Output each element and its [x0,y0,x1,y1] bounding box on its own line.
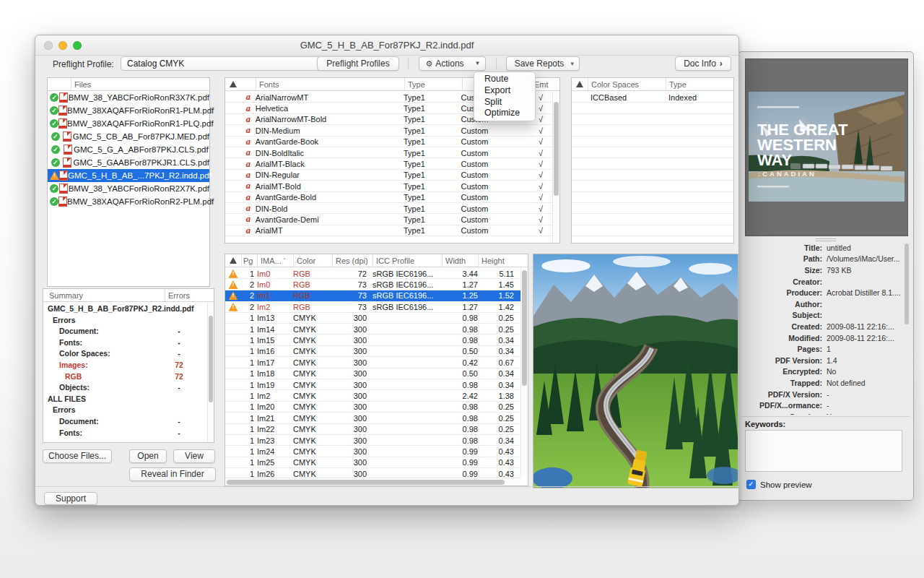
font-row[interactable]: a AvantGarde-Book Type1 Custom √ [225,137,552,147]
file-row[interactable]: GMC_5_GAABFor87PKJR1.CLS.pdf [48,156,209,169]
image-name: Im25 [257,458,293,467]
file-row[interactable]: BMW_38XAQAFForRioRonR1-PLQ.pdf [48,117,209,130]
fonts-scrollbar[interactable] [552,92,559,243]
image-page: 1 [241,381,257,389]
color-spaces-column-header[interactable]: Color Spaces [588,78,666,90]
actions-menu-item[interactable]: Optimize [474,108,535,119]
scrollbar-thumb[interactable] [554,102,559,196]
file-row[interactable]: BMW_38_YABCForRioRonR3X7K.pdf [48,91,209,104]
file-status [50,158,61,167]
images-hscrollbar[interactable] [225,478,520,486]
image-row[interactable]: 1 Im22 CMYK 300 0.98 0.25 [225,423,520,434]
actions-menu: Route Export Split Optimize [474,72,536,121]
open-button[interactable]: Open [129,449,167,463]
image-row[interactable]: 1 Im26 CMYK 300 0.99 0.43 [225,468,520,478]
image-row[interactable]: 1 Im14 CMYK 300 0.98 0.25 [225,324,520,335]
cs-warning-column-header[interactable] [572,78,588,90]
scrollbar-thumb[interactable] [905,243,909,324]
file-row[interactable]: GMC_5_G_A_ABFor87PKJ.CLS.pdf [48,143,209,156]
image-row[interactable]: 1 Im21 CMYK 300 0.98 0.25 [225,413,520,423]
image-row[interactable]: 1 Im20 CMYK 300 0.98 0.25 [225,402,520,413]
save-reports-dropdown[interactable]: Save Repots ▾ [506,56,580,71]
doc-info-button[interactable]: Doc Info› [675,56,731,71]
font-row[interactable]: a ArialMT Type1 Custom √ [225,225,552,236]
color-space-row[interactable]: ICCBased Indexed [572,92,733,103]
summary-scrollbar[interactable] [207,303,214,442]
image-row[interactable]: 2 Im2 RGB 73 sRGB IEC6196... 1.27 1.42 [225,301,520,312]
font-row[interactable]: a DIN-Bold Type1 Custom √ [225,203,552,214]
file-row[interactable]: BMW_38XAQAFForRioRonR2-PLM.pdf [48,195,209,208]
image-row[interactable]: 2 Im0 RGB 73 sRGB IEC6196... 1.27 1.45 [225,279,520,290]
doc-info-scrollbar[interactable] [905,243,910,411]
pg-column-header[interactable]: Pg [241,254,257,267]
image-row[interactable]: 1 Im18 CMYK 300 0.50 0.34 [225,368,520,379]
fonts-column-header[interactable]: Fonts [256,78,404,90]
image-row[interactable]: 1 Im25 CMYK 300 0.99 0.43 [225,457,520,468]
scrollbar-thumb[interactable] [209,316,213,402]
font-row[interactable]: a AvantGarde-Demi Type1 Custom √ [225,214,552,225]
font-row[interactable]: a AvantGarde-Bold Type1 Custom √ [225,192,552,203]
width-column-header[interactable]: Width [442,254,478,267]
image-row[interactable]: 1 Im13 CMYK 300 0.98 0.25 [225,313,520,324]
titlebar[interactable]: GMC_5_H_B_AB_For87PKJ_R2.indd.pdf [35,35,738,56]
font-row[interactable]: a DIN-Medium Type1 Custom √ [225,125,552,136]
images-vscrollbar[interactable] [520,268,528,478]
summary-header[interactable]: Summary Errors [43,289,214,302]
choose-files-button[interactable]: Choose Files... [43,449,112,463]
fonts-type-column-header[interactable]: Type [404,78,462,90]
preflight-profiles-button[interactable]: Preflight Profiles [317,56,399,71]
color-column-header[interactable]: Color [293,254,332,267]
summary-column-header[interactable]: Summary [43,289,165,301]
image-row[interactable]: 1 Im17 CMYK 300 0.42 0.67 [225,357,520,368]
actions-button[interactable]: ⚙Actions [419,56,471,71]
scrollbar-thumb[interactable] [227,480,505,485]
fonts-warning-column-header[interactable] [225,78,241,90]
file-row[interactable]: BMW_38_YABCForRioRonR2X7K.pdf [48,182,209,195]
font-row[interactable]: a ArialMT-Black Type1 Custom √ [225,158,552,169]
height-column-header[interactable]: Height [478,254,528,267]
minimize-button[interactable] [58,41,67,50]
files-column-header[interactable]: Files [71,78,209,90]
image-row[interactable]: 1 Im2 CMYK 300 2.42 1.38 [225,390,520,401]
image-row[interactable]: 1 Im23 CMYK 300 0.98 0.34 [225,435,520,446]
res-column-header[interactable]: Res (dpi) [332,254,372,267]
drawer-resize-grip[interactable] [816,238,836,241]
image-row[interactable]: 1 Im15 CMYK 300 0.98 0.34 [225,335,520,345]
font-glyph-icon: a [241,147,256,158]
scrollbar-thumb[interactable] [522,270,527,386]
cs-type-column-header[interactable]: Type [666,78,733,90]
image-page: 2 [241,303,257,311]
images-warning-column-header[interactable] [225,254,241,267]
actions-menu-item[interactable]: Route [474,74,535,85]
image-row[interactable]: 1 Im0 RGB 72 sRGB IEC6196... 3.44 5.11 [225,268,520,279]
support-button[interactable]: Support [44,492,97,505]
image-height: 1.52 [478,291,518,300]
images-name-column-header[interactable]: IMA...ˆ [257,254,293,267]
keywords-field[interactable] [745,430,902,472]
image-row[interactable]: 1 Im16 CMYK 300 0.50 0.34 [225,346,520,357]
image-row[interactable]: 1 Im19 CMYK 300 0.98 0.34 [225,379,520,390]
show-preview-checkbox[interactable] [746,480,756,489]
actions-menu-item[interactable]: Export [474,85,535,97]
file-row[interactable]: GMC_5_CB_AB_For87PKJ.MED.pdf [48,130,209,143]
font-row[interactable]: a ArialMT-Bold Type1 Custom √ [225,181,552,191]
fonts-icon-column-header[interactable] [241,78,256,90]
font-row[interactable]: a DIN-Regular Type1 Custom √ [225,170,552,181]
actions-dropdown-arrow[interactable]: ▼ [470,56,486,71]
file-row[interactable]: GMC_5_H_B_AB_...7PKJ_R2.indd.pdf [48,169,209,182]
errors-column-header[interactable]: Errors [165,289,214,301]
close-button[interactable] [44,41,53,50]
doc-info-label: Copying: [743,413,822,415]
view-button[interactable]: View [173,449,215,463]
files-header[interactable]: Files [48,78,209,91]
file-row[interactable]: BMW_38XAQAFForRioRonR1-PLM.pdf [48,104,209,117]
image-row[interactable]: 2 Im1 RGB 73 sRGB IEC6196... 1.25 1.52 [225,290,520,301]
font-row[interactable]: a DIN-BoldItalic Type1 Custom √ [225,147,552,158]
image-row[interactable]: 1 Im24 CMYK 300 0.99 0.43 [225,446,520,457]
icc-column-header[interactable]: ICC Profile [372,254,442,267]
actions-menu-item[interactable]: Split [474,97,535,108]
preflight-profile-select[interactable]: Catalog CMYK ▲ ▼ [121,56,346,71]
reveal-in-finder-button[interactable]: Reveal in Finder [129,467,216,481]
zoom-button[interactable] [73,41,82,50]
files-status-column-header[interactable] [48,78,71,90]
